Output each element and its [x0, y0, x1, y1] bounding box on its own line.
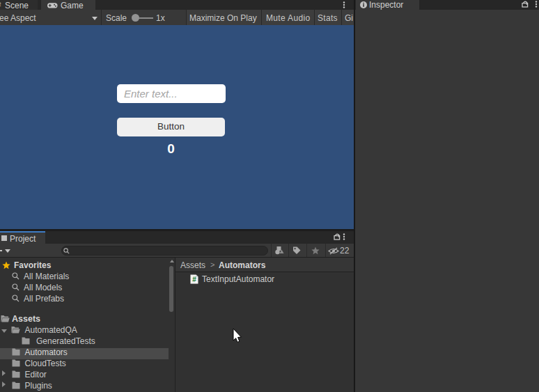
svg-text:#: # [192, 276, 196, 283]
